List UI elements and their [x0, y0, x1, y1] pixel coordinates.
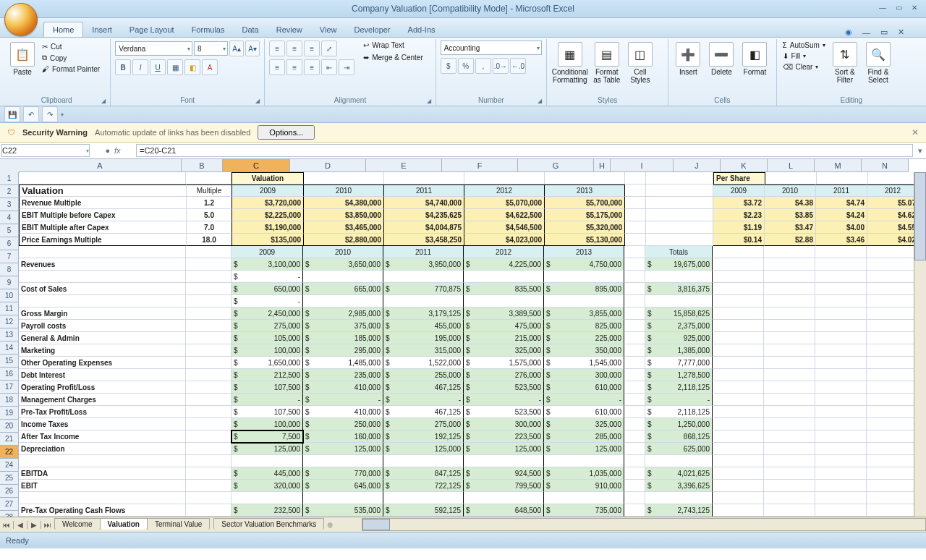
pl-total[interactable]: $3,396,625	[645, 480, 713, 492]
ribbon-tab-developer[interactable]: Developer	[345, 22, 399, 37]
pl-total[interactable]: $625,000	[645, 443, 713, 455]
year-2011[interactable]: 2011	[384, 184, 464, 197]
row-header-1[interactable]: 1	[0, 172, 19, 185]
mult-val[interactable]: $5,320,000	[545, 221, 625, 234]
year-2010[interactable]: 2010	[304, 184, 384, 197]
pl-label[interactable]: EBITDA	[19, 467, 186, 480]
cell[interactable]	[646, 234, 713, 246]
per-share-header[interactable]: Per Share	[713, 172, 765, 184]
pl-label[interactable]: Operating Profit/Loss	[19, 381, 186, 394]
pl-val[interactable]: $3,389,500	[464, 307, 544, 320]
pl-val[interactable]: $1,650,000	[232, 357, 303, 369]
mult-val[interactable]: $5,700,000	[545, 197, 625, 209]
bold-button[interactable]: B	[115, 59, 131, 75]
cell[interactable]	[867, 295, 918, 307]
mult-val[interactable]: $1,190,000	[232, 221, 304, 234]
cell[interactable]	[624, 283, 645, 295]
pl-val[interactable]: $895,000	[544, 283, 624, 295]
pl-val[interactable]	[464, 295, 544, 307]
pl-total[interactable]	[645, 271, 713, 283]
pl-val[interactable]: $275,000	[232, 320, 303, 332]
font-size-combo[interactable]: 8	[194, 41, 228, 56]
mult-val[interactable]: $4,380,000	[304, 197, 384, 209]
cell[interactable]	[625, 221, 646, 234]
cell[interactable]	[713, 455, 764, 467]
pl-val[interactable]: $799,500	[464, 480, 544, 492]
pl-label[interactable]: Payroll costs	[19, 320, 186, 332]
mult-val[interactable]: $3,720,000	[232, 197, 304, 209]
cell[interactable]	[186, 332, 232, 344]
pl-val[interactable]: $125,000	[232, 443, 303, 455]
pl-val[interactable]: $7,500	[232, 430, 303, 443]
pl-total[interactable]	[645, 492, 713, 504]
pl-val[interactable]: $610,000	[544, 381, 624, 394]
row-header-5[interactable]: 5	[0, 224, 19, 237]
cell[interactable]	[624, 430, 645, 443]
pl-val[interactable]: $410,000	[303, 381, 383, 394]
cell[interactable]	[624, 258, 645, 271]
pl-total[interactable]: $2,375,000	[645, 320, 713, 332]
pl-val[interactable]: $467,125	[383, 406, 464, 418]
save-icon[interactable]: 💾	[4, 106, 20, 122]
cell[interactable]	[624, 357, 645, 369]
pl-val[interactable]: $223,500	[464, 430, 544, 443]
mult-val[interactable]: $4,546,500	[464, 221, 545, 234]
cell[interactable]	[867, 332, 918, 344]
cell[interactable]	[867, 467, 918, 480]
find-select-button[interactable]: 🔍Find & Select	[863, 41, 893, 84]
col-header-K[interactable]: K	[721, 159, 768, 172]
pl-val[interactable]: $105,000	[232, 332, 303, 344]
pl-val[interactable]: $4,750,000	[544, 258, 624, 271]
cell[interactable]	[815, 295, 867, 307]
cell[interactable]	[646, 172, 713, 184]
pl-year-2011[interactable]: 2011	[383, 246, 464, 258]
pl-val[interactable]: $2,450,000	[232, 307, 303, 320]
sheet-tab-sector-valuation-benchmarks[interactable]: Sector Valuation Benchmarks	[213, 518, 324, 530]
cell[interactable]	[186, 344, 232, 357]
pl-val[interactable]: $1,575,000	[464, 357, 544, 369]
pl-val[interactable]: $125,000	[544, 443, 624, 455]
fill-button[interactable]: ⬇Fill▾	[781, 51, 827, 61]
paste-button[interactable]: 📋 Paste	[7, 41, 38, 76]
cell[interactable]	[764, 307, 815, 320]
pl-label[interactable]: EBIT	[19, 480, 186, 492]
cell[interactable]	[624, 320, 645, 332]
pl-val[interactable]	[383, 295, 464, 307]
underline-button[interactable]: U	[150, 59, 166, 75]
pl-val[interactable]: $100,000	[232, 344, 303, 357]
cell[interactable]	[815, 443, 867, 455]
mult-value[interactable]: 7.0	[187, 221, 232, 234]
cell[interactable]	[765, 172, 817, 184]
row-header-27[interactable]: 27	[0, 498, 19, 511]
ps-year-2012[interactable]: 2012	[867, 184, 919, 197]
pl-val[interactable]: $107,500	[232, 406, 303, 418]
row-header-7[interactable]: 7	[0, 250, 19, 263]
pl-val[interactable]: $3,855,000	[544, 307, 624, 320]
col-header-D[interactable]: D	[290, 159, 366, 172]
pl-val[interactable]: $410,000	[303, 406, 383, 418]
pl-label[interactable]	[19, 271, 186, 283]
pl-year-2010[interactable]: 2010	[303, 246, 383, 258]
year-2009[interactable]: 2009	[232, 184, 304, 197]
pl-val[interactable]: $-	[303, 394, 383, 406]
cell[interactable]	[867, 418, 918, 430]
cell[interactable]	[624, 406, 645, 418]
pl-val[interactable]: $610,000	[544, 406, 624, 418]
cell[interactable]	[764, 271, 815, 283]
cell[interactable]	[186, 246, 232, 258]
align-bottom-icon[interactable]: ≡	[304, 41, 320, 56]
cell[interactable]	[713, 504, 764, 517]
cell[interactable]	[186, 320, 232, 332]
cell[interactable]	[815, 307, 867, 320]
col-header-M[interactable]: M	[815, 159, 862, 172]
cell[interactable]	[764, 443, 815, 455]
pl-total[interactable]: $1,250,000	[645, 418, 713, 430]
cell-styles-button[interactable]: ◫Cell Styles	[625, 41, 655, 84]
mult-value[interactable]: 18.0	[187, 234, 232, 246]
formula-input[interactable]: =C20-C21	[136, 144, 913, 157]
row-header-24[interactable]: 24	[0, 459, 19, 472]
cell[interactable]	[867, 258, 918, 271]
pl-val[interactable]: $-	[464, 394, 544, 406]
pl-val[interactable]: $-	[232, 394, 303, 406]
cell[interactable]	[867, 307, 918, 320]
